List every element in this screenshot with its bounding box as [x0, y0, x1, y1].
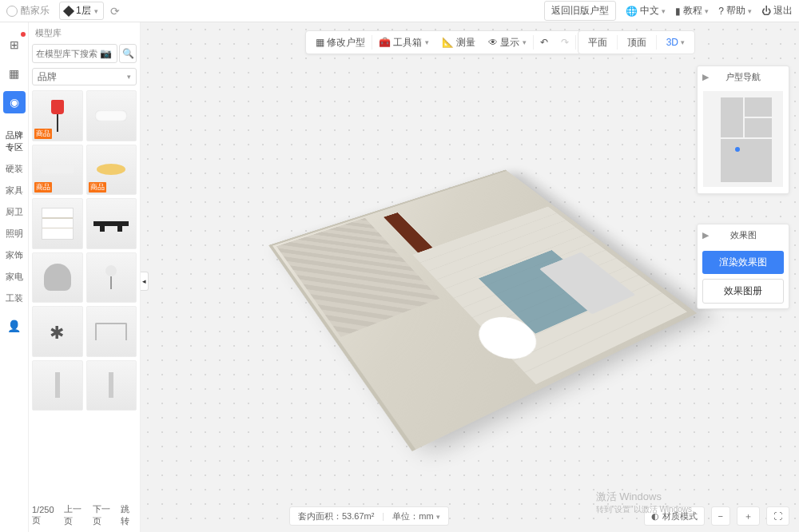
redo-button[interactable]: ↷ [555, 31, 575, 54]
unit-selector[interactable]: 单位：mm ▾ [392, 510, 439, 522]
undo-icon: ↶ [540, 37, 548, 48]
model-thumb [99, 265, 123, 289]
collapse-icon[interactable]: ▶ [702, 230, 709, 240]
material-mode-button[interactable]: ◐材质模式 [644, 506, 705, 526]
rail-grid-icon[interactable]: ▦ [0, 59, 29, 88]
model-item[interactable] [86, 90, 137, 141]
model-thumb [42, 320, 74, 343]
room-model [268, 169, 697, 451]
ruler-icon: 📐 [442, 37, 454, 48]
render-panel: ▶ 效果图 渲染效果图 效果图册 [697, 224, 789, 309]
status-bar-right: ◐材质模式 − ＋ ⛶ [644, 506, 789, 526]
rail-cat[interactable]: 家饰 [0, 244, 28, 266]
area-value: 53.67m² [342, 511, 374, 521]
model-item[interactable] [86, 360, 137, 411]
view-ceiling-button[interactable]: 顶面 [618, 31, 656, 54]
model-thumb [93, 221, 129, 226]
model-thumb [97, 164, 125, 175]
nav-panel-header: ▶ 户型导航 [698, 66, 789, 88]
model-thumb [42, 165, 74, 173]
refresh-icon[interactable]: ⟳ [110, 5, 120, 18]
minimap-camera-icon[interactable] [735, 147, 740, 152]
toolbox-button[interactable]: 🧰工具箱▾ [372, 31, 435, 54]
model-item[interactable] [32, 306, 83, 357]
panel-collapse-handle[interactable]: ◂ [141, 272, 149, 291]
camera-icon[interactable]: 📷 [100, 48, 112, 59]
render-button[interactable]: 渲染效果图 [702, 251, 784, 274]
model-item[interactable] [32, 252, 83, 304]
tutorial-button[interactable]: ▮教程▾ [675, 4, 709, 18]
logo-icon [6, 6, 18, 17]
nav-panel-title: 户型导航 [725, 71, 761, 83]
book-icon: ▮ [675, 6, 681, 17]
render-panel-header: ▶ 效果图 [698, 224, 789, 246]
badge-dot [21, 32, 26, 37]
nav-panel: ▶ 户型导航 [697, 66, 789, 194]
render-panel-title: 效果图 [730, 229, 757, 241]
zoom-out-button[interactable]: − [711, 506, 730, 526]
model-item[interactable] [86, 252, 137, 304]
page-next[interactable]: 下一页 [93, 503, 116, 527]
model-thumb [95, 323, 127, 340]
model-thumb [55, 372, 60, 398]
undo-button[interactable]: ↶ [534, 31, 555, 54]
search-box[interactable]: 📷 [32, 44, 117, 63]
search-button[interactable]: 🔍 [119, 44, 137, 63]
floor-selector[interactable]: 1层 ▾ [59, 2, 104, 20]
language-button[interactable]: 🌐中文▾ [626, 4, 666, 18]
help-icon: ? [718, 6, 724, 17]
page-jump[interactable]: 跳转 [121, 503, 137, 527]
area-label: 套内面积： [298, 511, 342, 521]
model-item[interactable] [32, 198, 83, 249]
rail-user-icon[interactable]: 👤 [0, 312, 29, 340]
redo-icon: ↷ [561, 37, 569, 48]
page-info: 1/250页 [32, 505, 59, 526]
chevron-down-icon: ▾ [94, 7, 98, 15]
model-item[interactable]: 商品 [32, 90, 83, 141]
product-tag: 商品 [34, 129, 52, 139]
model-thumb [95, 110, 127, 121]
rail-brand-section[interactable]: 品牌专区 [0, 125, 28, 158]
model-thumb [44, 264, 71, 291]
exit-button[interactable]: ⏻退出 [761, 4, 793, 18]
product-tag: 商品 [34, 182, 52, 193]
search-input[interactable] [36, 49, 100, 58]
model-item[interactable]: 商品 [86, 145, 137, 196]
view-plan-button[interactable]: 平面 [578, 31, 617, 54]
globe-icon: 🌐 [626, 6, 638, 17]
rail-cat[interactable]: 家具 [0, 180, 28, 201]
app-header: 酷家乐 1层 ▾ ⟳ 返回旧版户型 🌐中文▾ ▮教程▾ ?帮助▾ ⏻退出 [0, 0, 799, 22]
rail-model-icon[interactable]: ◉ [3, 91, 26, 113]
cube-icon [63, 5, 74, 16]
rail-cat[interactable]: 照明 [0, 223, 28, 244]
page-prev[interactable]: 上一页 [64, 503, 87, 527]
rail-add-icon[interactable]: ⊞ [0, 30, 29, 59]
material-icon: ◐ [651, 511, 659, 522]
collapse-icon[interactable]: ▶ [702, 72, 709, 82]
rail-cat[interactable]: 家电 [0, 266, 28, 288]
rail-cat[interactable]: 厨卫 [0, 201, 28, 223]
measure-button[interactable]: 📐测量 [435, 31, 482, 54]
canvas-3d[interactable]: ▦修改户型 🧰工具箱▾ 📐测量 👁显示▾ ↶ ↷ ⧉▾ ◇▾ 平面 顶面 3D▾… [141, 22, 799, 532]
model-item[interactable] [86, 198, 137, 249]
toolbox-icon: 🧰 [379, 37, 391, 48]
render-album-button[interactable]: 效果图册 [702, 279, 784, 304]
legacy-plan-button[interactable]: 返回旧版户型 [544, 1, 616, 21]
rail-cat[interactable]: 硬装 [0, 158, 28, 180]
model-item[interactable]: 商品 [32, 145, 83, 196]
minimap[interactable] [703, 91, 783, 187]
rail-cat[interactable]: 工装 [0, 288, 28, 309]
plan-icon: ▦ [316, 37, 324, 48]
brand-filter[interactable]: 品牌 ▾ [32, 68, 137, 85]
model-item[interactable] [32, 360, 83, 411]
zoom-in-button[interactable]: ＋ [737, 506, 760, 526]
zoom-fit-button[interactable]: ⛶ [766, 506, 789, 526]
model-thumb [109, 372, 113, 398]
help-button[interactable]: ?帮助▾ [718, 4, 752, 18]
edit-plan-button[interactable]: ▦修改户型 [309, 31, 372, 54]
display-button[interactable]: 👁显示▾ [482, 31, 533, 54]
view-3d-button[interactable]: 3D▾ [657, 31, 694, 54]
view-toolbar: 平面 顶面 3D▾ [578, 30, 695, 54]
model-item[interactable] [86, 306, 137, 357]
model-panel: 模型库 📷 🔍 品牌 ▾ 商品商品商品 1/250页 上一页 下一页 跳转 [29, 22, 141, 532]
